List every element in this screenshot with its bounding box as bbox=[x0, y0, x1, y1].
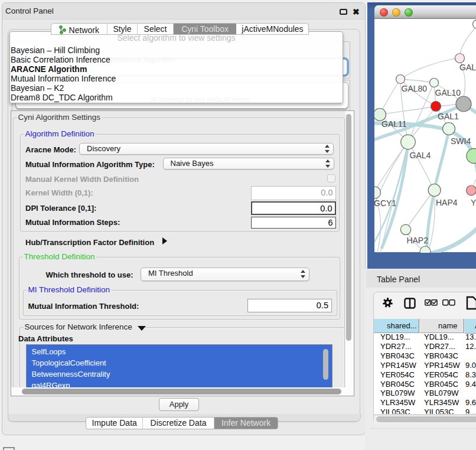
svg-text:YJ: YJ bbox=[471, 198, 476, 207]
svg-text:HAP2: HAP2 bbox=[406, 236, 428, 245]
svg-text:GAL1: GAL1 bbox=[438, 112, 459, 121]
svg-text:SWI4: SWI4 bbox=[451, 136, 471, 146]
svg-text:GCY1: GCY1 bbox=[374, 198, 396, 208]
svg-text:GAL4: GAL4 bbox=[410, 151, 431, 160]
svg-text:HAP4: HAP4 bbox=[436, 198, 458, 207]
svg-text:GAL10: GAL10 bbox=[435, 88, 461, 97]
svg-text:GAL80: GAL80 bbox=[402, 84, 428, 93]
svg-text:GAL7: GAL7 bbox=[459, 63, 476, 72]
svg-text:GAL11: GAL11 bbox=[382, 119, 407, 129]
